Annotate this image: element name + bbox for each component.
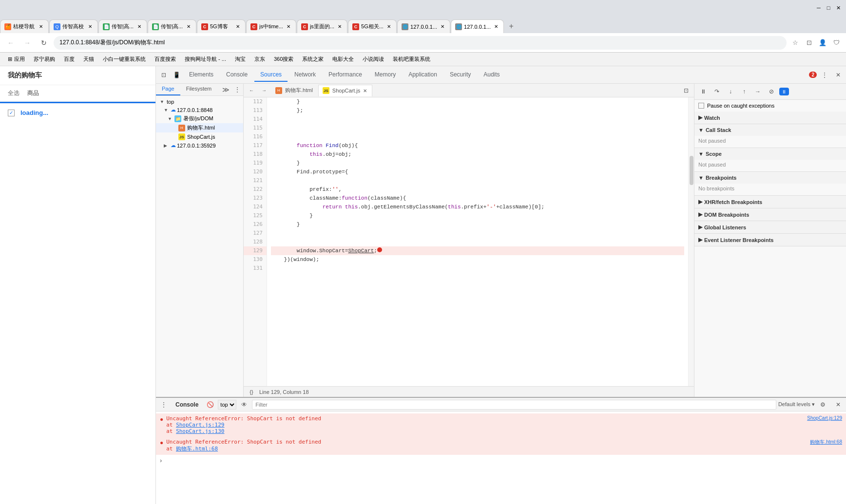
devtools-inspect-icon[interactable]: ⊡ <box>158 69 170 81</box>
bookmark-baidu[interactable]: 百度 <box>60 55 78 64</box>
browser-tab-2[interactable]: Q 传智高校 ✕ <box>49 19 98 33</box>
bookmark-xitongjia[interactable]: 系统之家 <box>298 55 327 64</box>
editor-back-icon[interactable]: ← <box>246 85 257 96</box>
tab-memory[interactable]: Memory <box>369 68 402 82</box>
close-button[interactable]: ✕ <box>834 4 842 12</box>
event-listener-header[interactable]: ▶ Event Listener Breakpoints <box>694 234 846 246</box>
pause-resume-icon[interactable]: ⏸ <box>697 86 709 97</box>
sources-tab-filesystem[interactable]: Filesystem <box>180 84 218 95</box>
code-content[interactable]: } }; function Find(obj){ this.obj=obj; }… <box>267 97 688 386</box>
address-input[interactable] <box>54 36 787 50</box>
tree-item-top[interactable]: ▼ top <box>156 98 243 106</box>
cast-button[interactable]: ⊡ <box>803 37 815 49</box>
error-link-2a[interactable]: 购物车.html:68 <box>176 446 218 452</box>
bookmark-360[interactable]: 360搜索 <box>270 55 297 64</box>
tab-audits[interactable]: Audits <box>478 68 505 82</box>
tab-console[interactable]: Console <box>220 68 253 82</box>
console-filter-input[interactable] <box>252 400 776 410</box>
bookmark-apps[interactable]: ⊞ 应用 <box>4 55 29 64</box>
bookmark-jd[interactable]: 京东 <box>250 55 269 64</box>
bookmark-suning[interactable]: 苏宁易购 <box>30 55 59 64</box>
editor-tab-js-close[interactable]: ✕ <box>362 88 368 93</box>
scope-header[interactable]: ▼ Scope <box>694 148 846 160</box>
console-gear-icon[interactable]: ⚙ <box>817 399 828 411</box>
tree-item-html[interactable]: ▶ H 购物车.html <box>156 123 243 132</box>
xhr-breakpoints-header[interactable]: ▶ XHR/fetch Breakpoints <box>694 196 846 208</box>
bookmark-button[interactable]: ☆ <box>789 37 801 49</box>
tab-close-7[interactable]: ✕ <box>336 23 343 30</box>
console-close-icon[interactable]: ✕ <box>832 399 844 411</box>
minimize-button[interactable]: ─ <box>815 4 823 12</box>
status-braces-icon[interactable]: {} <box>248 388 255 396</box>
browser-tab-10[interactable]: 🌐 127.0.0.1... ✕ <box>451 19 504 33</box>
tab-close-5[interactable]: ✕ <box>234 23 241 30</box>
console-clear-icon[interactable]: 🚫 <box>204 399 216 411</box>
breakpoints-header[interactable]: ▼ Breakpoints <box>694 172 846 184</box>
tab-close-6[interactable]: ✕ <box>285 23 292 30</box>
step-into-icon[interactable]: ↓ <box>725 86 736 97</box>
tab-close-9[interactable]: ✕ <box>439 23 446 30</box>
devtools-device-icon[interactable]: 📱 <box>171 69 182 81</box>
sources-sidebar-menu[interactable]: ⋮ <box>231 84 243 95</box>
scrollbar-thumb[interactable] <box>690 156 693 185</box>
deactivate-breakpoints-icon[interactable]: ⊘ <box>766 86 777 97</box>
back-button[interactable]: ← <box>4 36 18 50</box>
pause-exceptions-checkbox[interactable] <box>698 103 704 109</box>
error-location-1[interactable]: ShopCart.js:129 <box>807 415 842 421</box>
error-location-2[interactable]: 购物车.html:68 <box>810 439 842 446</box>
tree-item-js[interactable]: ▶ JS ShopCart.js <box>156 132 243 141</box>
console-menu-icon[interactable]: ⋮ <box>158 399 170 411</box>
tab-close-8[interactable]: ✕ <box>385 23 392 30</box>
bookmark-sougou[interactable]: 搜狗网址导航 - ... <box>181 55 230 64</box>
tree-item-folder[interactable]: ▼ 📁 暑假/js/DOM <box>156 114 243 123</box>
sources-sidebar-more[interactable]: ≫ <box>220 84 231 95</box>
tab-performance[interactable]: Performance <box>323 68 368 82</box>
browser-tab-6[interactable]: C js中time... ✕ <box>246 19 296 33</box>
maximize-button[interactable]: □ <box>825 4 832 12</box>
bookmark-xiaobai[interactable]: 小白一键重装系统 <box>99 55 150 64</box>
reload-button[interactable]: ↻ <box>37 36 51 50</box>
call-stack-header[interactable]: ▼ Call Stack <box>694 124 846 136</box>
browser-tab-8[interactable]: C 5G相关... ✕ <box>348 19 397 33</box>
editor-tab-js[interactable]: JS ShopCart.js ✕ <box>318 85 372 96</box>
tab-elements[interactable]: Elements <box>183 68 219 82</box>
console-context-dropdown[interactable]: top <box>218 400 236 410</box>
bookmark-baidusearch[interactable]: 百度搜索 <box>151 55 180 64</box>
tab-close-1[interactable]: ✕ <box>38 23 44 30</box>
browser-tab-5[interactable]: C 5G博客 ✕ <box>197 19 246 33</box>
global-listeners-header[interactable]: ▶ Global Listeners <box>694 221 846 233</box>
step-icon[interactable]: → <box>752 86 764 97</box>
browser-tab-1[interactable]: 🍊 桔梗导航 ✕ <box>0 19 49 33</box>
tab-close-2[interactable]: ✕ <box>87 23 94 30</box>
sources-tab-page[interactable]: Page <box>156 84 180 95</box>
bookmark-tianmao[interactable]: 天猫 <box>79 55 98 64</box>
watch-section-header[interactable]: ▶ Watch <box>694 112 846 124</box>
tree-item-host1[interactable]: ▼ ☁ 127.0.0.1:8848 <box>156 106 243 114</box>
code-scrollbar[interactable] <box>688 97 694 386</box>
tab-close-10[interactable]: ✕ <box>493 23 500 30</box>
product-checkbox[interactable] <box>8 110 15 116</box>
forward-button[interactable]: → <box>20 36 34 50</box>
tab-security[interactable]: Security <box>444 68 477 82</box>
tab-close-4[interactable]: ✕ <box>185 23 192 30</box>
editor-format-icon[interactable]: ⊡ <box>680 85 692 96</box>
bookmark-zhuangji[interactable]: 装机吧重装系统 <box>389 55 434 64</box>
step-out-icon[interactable]: ↑ <box>738 86 750 97</box>
editor-tab-html[interactable]: H 购物车.html <box>271 85 317 96</box>
step-over-icon[interactable]: ↷ <box>711 86 723 97</box>
tree-item-host2[interactable]: ▶ ☁ 127.0.0.1:35929 <box>156 141 243 149</box>
error-link-1a[interactable]: ShopCart.js:129 <box>176 422 224 428</box>
tab-application[interactable]: Application <box>403 68 443 82</box>
browser-tab-9[interactable]: 🌐 127.0.0.1... ✕ <box>397 19 450 33</box>
bookmark-xiaoshuo[interactable]: 小说阅读 <box>359 55 388 64</box>
devtools-close-icon[interactable]: ✕ <box>832 69 844 81</box>
console-levels-dropdown[interactable]: Default levels ▾ <box>778 401 815 408</box>
bookmark-taobao[interactable]: 淘宝 <box>231 55 250 64</box>
browser-tab-4[interactable]: 📄 传智|高... ✕ <box>148 19 196 33</box>
devtools-more-icon[interactable]: ⋮ <box>819 69 830 81</box>
bookmark-dianying[interactable]: 电影大全 <box>328 55 358 64</box>
account-button[interactable]: 👤 <box>817 37 828 49</box>
editor-forward-icon[interactable]: → <box>258 85 270 96</box>
select-all-button[interactable]: 全选 <box>8 89 19 97</box>
console-eye-icon[interactable]: 👁 <box>238 399 250 411</box>
